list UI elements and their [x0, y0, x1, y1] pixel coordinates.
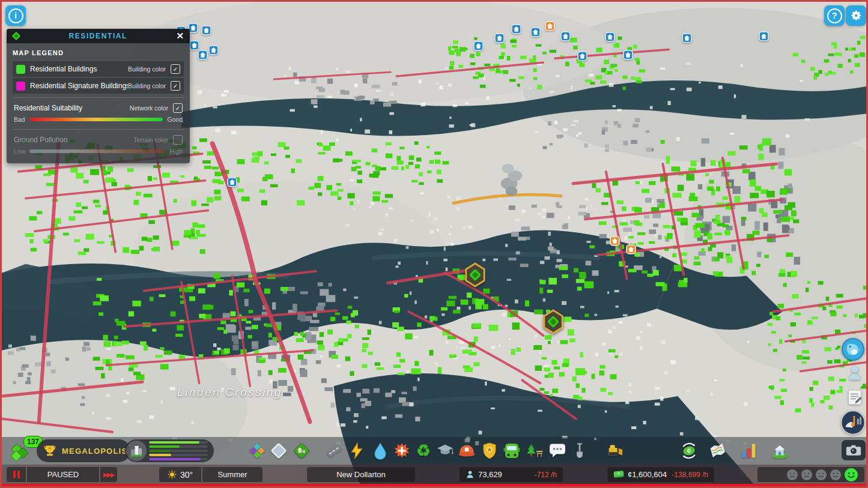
pause-icon	[13, 471, 16, 478]
house-marker[interactable]	[623, 50, 633, 60]
legend-gradient-type-label: Network color	[130, 104, 168, 112]
house-marker[interactable]	[227, 177, 237, 187]
alert-house-marker[interactable]	[626, 244, 636, 255]
economy-icon[interactable]: ¢	[679, 441, 699, 461]
parks-recreation-icon[interactable]	[524, 441, 545, 461]
pause-icon-bar	[17, 471, 20, 478]
house-marker[interactable]	[189, 40, 199, 50]
house-marker[interactable]	[198, 50, 208, 60]
close-icon[interactable]: ✕	[175, 31, 185, 41]
healthcare-icon[interactable]	[392, 441, 412, 461]
terraforming-icon[interactable]	[569, 441, 590, 461]
house-marker[interactable]	[208, 45, 219, 55]
info-button[interactable]: i	[5, 5, 26, 26]
legend-gradient-section: Residential SuitabilityNetwork color✓Bad…	[13, 101, 184, 125]
happiness-face-neutral	[815, 469, 827, 481]
house-marker[interactable]	[511, 24, 521, 34]
house-marker[interactable]	[530, 27, 541, 37]
police-icon[interactable]	[479, 441, 500, 461]
happiness-face-content	[830, 469, 842, 481]
house-marker[interactable]	[494, 33, 505, 43]
gradient-low-label: Bad	[14, 116, 25, 123]
citizen-info-icon[interactable]	[847, 365, 863, 382]
legend-item-checkbox[interactable]: ✓	[171, 64, 180, 74]
house-marker[interactable]	[560, 31, 571, 41]
money-value: ¢1,600,604	[628, 470, 667, 479]
season-display: Summer	[202, 467, 263, 482]
terrain-icon[interactable]	[269, 441, 289, 461]
info-views-icon[interactable]	[708, 441, 728, 461]
electricity-icon[interactable]	[347, 441, 367, 461]
fast-forward-button[interactable]: ▶▶▶	[100, 467, 117, 482]
pause-button[interactable]	[7, 467, 26, 482]
education-icon[interactable]	[435, 441, 455, 461]
happiness-faces	[786, 468, 858, 482]
house-marker[interactable]	[759, 31, 769, 41]
status-bar: PAUSED ▶▶▶ 30° Summer New Dollarton 73,6…	[2, 465, 866, 486]
camera-icon	[846, 444, 861, 456]
areas-icon[interactable]	[291, 441, 312, 461]
signature-hex-marker[interactable]	[542, 309, 565, 334]
legend-gradient-checkbox[interactable]	[173, 135, 183, 145]
season-label: Summer	[217, 470, 247, 479]
demand-bar-residential-low	[149, 441, 208, 444]
speed-state-label: PAUSED	[47, 470, 79, 479]
fire-rescue-icon[interactable]	[457, 441, 477, 461]
fast-forward-icon: ▶▶▶	[103, 472, 114, 478]
help-icon: ?	[827, 8, 842, 23]
alert-house-marker[interactable]	[610, 236, 620, 246]
legend-item-type-label: Building color	[128, 65, 166, 73]
money-display[interactable]: ¢1,600,604 -138,699 /h	[607, 467, 714, 482]
house-marker[interactable]	[201, 25, 211, 35]
legend-item-type-label: Building color	[128, 82, 166, 89]
transportation-icon[interactable]	[502, 441, 522, 461]
happiness-face-happy	[844, 468, 858, 482]
milestone-map-tiles-icon[interactable]: 137	[8, 439, 32, 463]
house-marker[interactable]	[473, 41, 484, 51]
city-name: New Dollarton	[336, 470, 386, 479]
house-marker[interactable]	[682, 33, 692, 43]
water-sewage-icon[interactable]	[370, 441, 390, 461]
chirper-icon[interactable]	[842, 338, 864, 361]
temperature-value: 30°	[180, 470, 193, 480]
legend-item: Residential Signature BuildingsBuilding …	[13, 78, 184, 94]
garbage-icon[interactable]: ♻	[413, 441, 434, 461]
legend-item-label: Residential Buildings	[30, 65, 128, 73]
city-information-icon[interactable]	[769, 441, 790, 461]
signature-hex-marker[interactable]	[464, 262, 487, 288]
milestone-name: MEGALOPOLIS	[62, 447, 127, 456]
help-button[interactable]: ?	[824, 5, 845, 26]
house-marker[interactable]	[605, 32, 615, 42]
district-label: Linden Crossing	[177, 386, 282, 399]
radio-icon[interactable]	[840, 410, 866, 435]
legend-gradient-checkbox[interactable]: ✓	[173, 103, 183, 113]
population-display[interactable]: 73,629 -712 /h	[460, 467, 563, 482]
zones-icon[interactable]	[247, 441, 267, 461]
gradient-low-label: Low	[14, 148, 25, 155]
photo-mode-button[interactable]	[842, 440, 866, 460]
gradient-high-label: Good	[167, 116, 183, 123]
bulldozer-icon[interactable]	[605, 441, 625, 461]
happiness-display[interactable]	[757, 467, 864, 482]
communications-icon[interactable]	[547, 441, 568, 461]
infoview-legend-panel: RESIDENTIAL ✕ MAP LEGEND Residential Bui…	[7, 29, 190, 163]
statistics-icon[interactable]	[739, 441, 759, 461]
demand-bars	[149, 441, 214, 461]
journal-icon[interactable]	[846, 389, 863, 406]
gradient-bar	[29, 118, 163, 121]
map-legend-heading: MAP LEGEND	[13, 49, 184, 56]
milestone-button[interactable]: MEGALOPOLIS	[37, 439, 130, 462]
temperature-display: 30°	[159, 467, 201, 482]
gradient-high-label: High	[169, 148, 183, 155]
demand-bar-office	[149, 458, 208, 461]
roads-icon[interactable]	[324, 441, 344, 461]
legend-item-checkbox[interactable]: ✓	[171, 81, 180, 91]
money-bill-icon	[613, 470, 624, 479]
house-marker[interactable]	[577, 51, 587, 61]
gear-icon	[849, 9, 863, 22]
alert-house-marker[interactable]	[545, 21, 555, 31]
residential-zone-icon	[11, 31, 21, 41]
city-buildings-icon	[126, 441, 147, 461]
settings-button[interactable]	[846, 5, 866, 26]
zoning-demand-widget[interactable]	[125, 439, 214, 462]
